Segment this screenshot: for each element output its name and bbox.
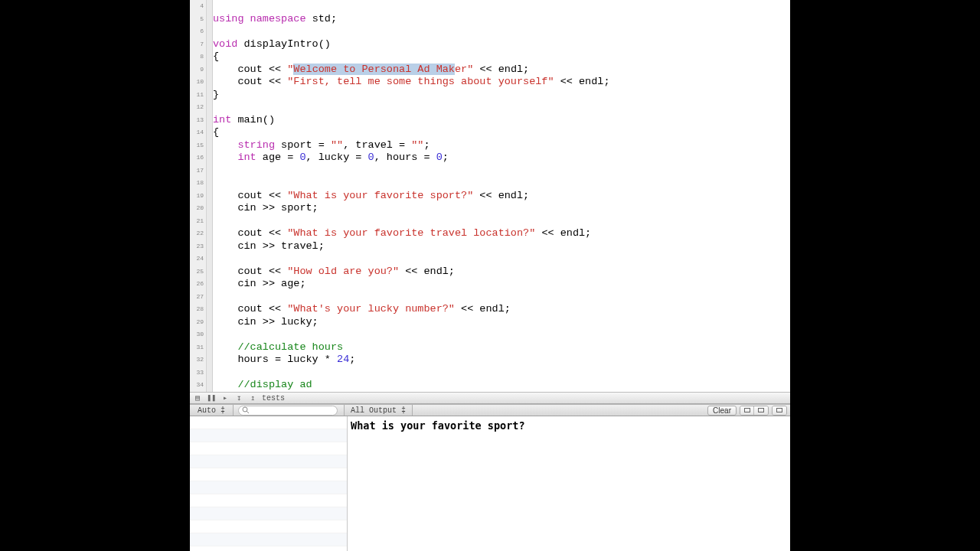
line-number: 30: [190, 328, 206, 341]
code-line[interactable]: [213, 177, 790, 190]
line-number: 10: [190, 76, 206, 89]
line-number: 19: [190, 190, 206, 203]
line-number: 25: [190, 266, 206, 279]
line-number: 29: [190, 316, 206, 329]
line-number: 23: [190, 240, 206, 253]
panel-toggle-right[interactable]: [773, 406, 786, 415]
code-line[interactable]: [213, 253, 790, 266]
debug-toolbar: Auto ‡ All Output ‡ Clear: [190, 404, 790, 416]
svg-line-1: [247, 411, 249, 413]
line-number: 7: [190, 38, 206, 51]
code-editor[interactable]: 4567891011121314151617181920212223242526…: [190, 0, 790, 392]
code-line[interactable]: [213, 291, 790, 304]
output-scope-selector[interactable]: All Output ‡: [344, 405, 413, 416]
search-icon: [242, 406, 250, 414]
continue-icon[interactable]: ▸: [220, 393, 230, 403]
panel-toggle-left[interactable]: [740, 406, 754, 415]
line-number: 11: [190, 89, 206, 102]
panel-toggle-mid[interactable]: [754, 406, 768, 415]
code-line[interactable]: cin >> lucky;: [213, 316, 790, 329]
variables-scope-selector[interactable]: Auto ‡: [190, 405, 234, 416]
line-number: 16: [190, 152, 206, 165]
panel-toggle-right-group: [772, 406, 787, 416]
line-number: 27: [190, 291, 206, 304]
toggle-icon[interactable]: ▤: [193, 393, 202, 403]
line-number: 21: [190, 215, 206, 228]
code-area[interactable]: using namespace std;void displayIntro(){…: [213, 0, 790, 392]
line-gutter: 4567891011121314151617181920212223242526…: [190, 0, 207, 392]
line-number: 15: [190, 139, 206, 152]
console-line: What is your favorite sport?: [351, 419, 525, 432]
code-line[interactable]: cout << "First, tell me some things abou…: [213, 76, 790, 89]
line-number: 28: [190, 303, 206, 316]
line-number: 32: [190, 354, 206, 367]
line-number: 20: [190, 202, 206, 215]
variables-panel[interactable]: [190, 416, 348, 551]
code-line[interactable]: using namespace std;: [213, 13, 790, 26]
clear-button[interactable]: Clear: [707, 406, 737, 416]
code-line[interactable]: hours = lucky * 24;: [213, 354, 790, 367]
code-line[interactable]: [213, 215, 790, 228]
fold-column: [207, 0, 213, 392]
code-line[interactable]: [213, 165, 790, 178]
line-number: 9: [190, 64, 206, 77]
code-line[interactable]: cout << "What is your favorite sport?" <…: [213, 190, 790, 203]
code-line[interactable]: {: [213, 51, 790, 64]
line-number: 24: [190, 253, 206, 266]
code-line[interactable]: cout << "What's your lucky number?" << e…: [213, 303, 790, 316]
code-line[interactable]: [213, 0, 790, 13]
line-number: 18: [190, 177, 206, 190]
line-number: 6: [190, 25, 206, 38]
line-number: 5: [190, 13, 206, 26]
code-line[interactable]: void displayIntro(): [213, 38, 790, 51]
line-number: 12: [190, 101, 206, 114]
code-line[interactable]: cout << "How old are you?" << endl;: [213, 266, 790, 279]
code-line[interactable]: cin >> age;: [213, 278, 790, 291]
line-number: 13: [190, 114, 206, 127]
code-line[interactable]: int main(): [213, 114, 790, 127]
svg-point-0: [243, 407, 247, 412]
ide-window: 4567891011121314151617181920212223242526…: [190, 0, 790, 551]
line-number: 17: [190, 165, 206, 178]
code-line[interactable]: int age = 0, lucky = 0, hours = 0;: [213, 152, 790, 165]
code-line[interactable]: [213, 328, 790, 341]
code-line[interactable]: [213, 367, 790, 380]
line-number: 4: [190, 0, 206, 13]
pause-icon[interactable]: ❚❚: [207, 393, 216, 403]
step-out-icon[interactable]: ↥: [248, 393, 257, 403]
code-line[interactable]: [213, 25, 790, 38]
code-line[interactable]: //display ad: [213, 379, 790, 392]
console-output[interactable]: What is your favorite sport?: [348, 416, 790, 551]
line-number: 14: [190, 126, 206, 139]
line-number: 22: [190, 227, 206, 240]
debug-search[interactable]: [238, 406, 338, 416]
code-line[interactable]: cin >> sport;: [213, 202, 790, 215]
line-number: 8: [190, 51, 206, 64]
panel-toggle-group: [740, 406, 769, 416]
code-line[interactable]: [213, 101, 790, 114]
line-number: 26: [190, 278, 206, 291]
code-line[interactable]: //calculate hours: [213, 341, 790, 354]
code-line[interactable]: cout << "What is your favorite travel lo…: [213, 227, 790, 240]
console-area: What is your favorite sport?: [190, 416, 790, 551]
breadcrumb[interactable]: tests: [262, 394, 285, 403]
line-number: 31: [190, 341, 206, 354]
code-line[interactable]: {: [213, 126, 790, 139]
code-line[interactable]: string sport = "", travel = "";: [213, 139, 790, 152]
line-number: 33: [190, 367, 206, 380]
line-number: 34: [190, 379, 206, 392]
breadcrumb-bar: ▤ ❚❚ ▸ ↧ ↥ tests: [190, 392, 790, 404]
code-line[interactable]: cout << "Welcome to Personal Ad Maker" <…: [213, 64, 790, 77]
step-icon[interactable]: ↧: [234, 393, 243, 403]
code-line[interactable]: cin >> travel;: [213, 240, 790, 253]
code-line[interactable]: }: [213, 89, 790, 102]
